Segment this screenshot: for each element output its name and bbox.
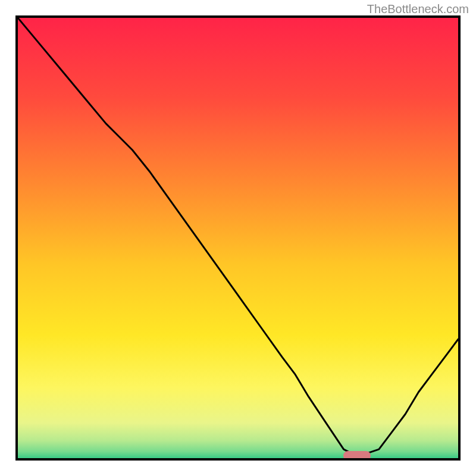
chart-svg (18, 18, 458, 458)
attribution-watermark: TheBottleneck.com (367, 2, 469, 16)
optimal-point-marker (343, 451, 371, 458)
plot-area (18, 18, 458, 458)
gradient-background (18, 18, 458, 458)
